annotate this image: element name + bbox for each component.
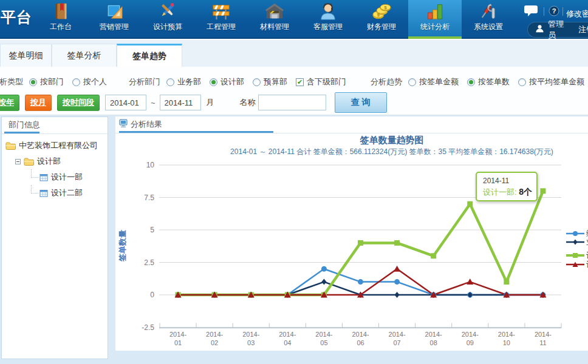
checkbox-icon: ✔ xyxy=(296,78,304,86)
svg-text:?: ? xyxy=(552,7,556,15)
tooltip-value: 8个 xyxy=(519,187,532,197)
nav-item-workbench[interactable]: 工作台 xyxy=(34,0,87,38)
nav-item-marketing[interactable]: 营销管理 xyxy=(87,0,141,38)
radio-icon xyxy=(518,78,526,86)
include-sub-checkbox[interactable]: ✔含下级部门 xyxy=(296,76,346,87)
date-to-input[interactable] xyxy=(160,95,201,110)
chart-subtitle: 2014-01 ～ 2014-11 合计 签单金额：566.112324(万元)… xyxy=(230,147,553,156)
radio-option-analysis-trend-0[interactable]: 按签单金额 xyxy=(408,76,459,87)
date-unit-label: 月 xyxy=(207,97,214,108)
nav-item-service[interactable]: 客服管理 xyxy=(301,0,355,38)
legend-marker-icon xyxy=(566,238,584,246)
data-point[interactable] xyxy=(395,292,400,298)
legend-marker-icon xyxy=(566,261,584,268)
radio-option-analysis-type-0[interactable]: 按部门 xyxy=(29,76,64,87)
tree-item-label: 设计一部 xyxy=(51,172,83,183)
tooltip-date: 2014-11 xyxy=(483,177,536,185)
period-button-by-year[interactable]: 按年 xyxy=(0,95,19,111)
tree-connector xyxy=(31,185,38,194)
pencil-brush-icon xyxy=(157,2,178,21)
data-point[interactable] xyxy=(321,279,326,285)
nav-item-statistics[interactable]: 统计分析 xyxy=(408,0,462,38)
data-point[interactable] xyxy=(467,201,473,207)
tab-trend[interactable]: 签单趋势 xyxy=(117,44,182,67)
tree-item-2[interactable]: 设计一部 xyxy=(2,169,108,185)
tree-item-0[interactable]: 中艺装饰工程有限公司 xyxy=(2,138,108,153)
period-buttons: 按年按月按时间段 xyxy=(0,95,105,111)
radio-option-analysis-trend-2[interactable]: 按平均签单金额 xyxy=(518,76,584,87)
period-button-by-range[interactable]: 按时间段 xyxy=(57,95,100,111)
result-panel-title: 分析结果 xyxy=(119,119,162,130)
tab-analysis[interactable]: 签单分析 xyxy=(52,44,117,67)
nav-item-label: 设计预算 xyxy=(153,22,182,32)
logout-link[interactable]: 注销 xyxy=(578,24,588,35)
data-point[interactable] xyxy=(358,240,363,246)
date-from-input[interactable] xyxy=(105,95,146,110)
nav-item-engineering[interactable]: 工程管理 xyxy=(194,0,248,38)
data-point[interactable] xyxy=(394,240,400,246)
user-icon xyxy=(535,24,544,35)
filter-bar: 分析类型按部门按个人分析部门业务部设计部预算部✔含下级部门分析趋势按签单金额按签… xyxy=(0,67,588,115)
radio-label: 按平均签单金额 xyxy=(529,76,584,87)
main-area: 部门信息 中艺装饰工程有限公司设计部设计一部设计二部 签单数量趋势图2014-0… xyxy=(0,115,588,364)
nav-item-label: 工作台 xyxy=(50,22,72,32)
legend-item-设计二部[interactable]: 设计二部 xyxy=(566,259,588,270)
radio-option-analysis-type-1[interactable]: 按个人 xyxy=(72,76,107,87)
department-panel-title: 部门信息 xyxy=(5,120,40,130)
x-tick-label: 2014-10 xyxy=(498,331,515,346)
data-point[interactable] xyxy=(504,279,509,285)
nav-item-label: 财务管理 xyxy=(367,22,396,32)
table-icon xyxy=(39,174,48,181)
tree-item-label: 中艺装饰工程有限公司 xyxy=(19,140,98,151)
filter-query-row: 按年按月按时间段 ~ 月 名称 查 询 xyxy=(0,92,387,113)
tree-item-1[interactable]: 设计部 xyxy=(2,153,108,169)
message-bubble-icon[interactable] xyxy=(524,5,538,19)
tree-connector xyxy=(31,169,38,178)
data-point[interactable] xyxy=(394,279,400,285)
name-input[interactable] xyxy=(258,95,326,110)
nav-item-finance[interactable]: $$财务管理 xyxy=(355,0,408,38)
trend-chart[interactable]: 签单数量趋势图2014-01 ～ 2014-11 合计 签单金额：566.112… xyxy=(115,116,588,351)
nav-item-label: 工程管理 xyxy=(207,22,236,32)
title-rule xyxy=(2,133,108,134)
data-point[interactable] xyxy=(467,278,473,285)
barchart-icon xyxy=(425,2,445,21)
nav-item-design-budget[interactable]: 设计预算 xyxy=(141,0,194,38)
radio-option-analysis-dept-1[interactable]: 设计部 xyxy=(210,76,244,87)
radio-option-analysis-trend-1[interactable]: 按签单数 xyxy=(467,76,510,87)
data-point[interactable] xyxy=(431,253,436,258)
help-icon[interactable]: ? xyxy=(549,5,559,19)
data-point[interactable] xyxy=(394,266,400,272)
radio-option-analysis-dept-2[interactable]: 预算部 xyxy=(253,76,287,87)
tree-item-3[interactable]: 设计二部 xyxy=(2,185,108,201)
main-nav: 工作台营销管理设计预算工程管理材料管理客服管理$$财务管理统计分析系统设置 xyxy=(34,0,515,39)
y-tick-label: 7.5 xyxy=(144,194,154,202)
book-icon xyxy=(50,2,71,21)
x-tick-label: 2014-09 xyxy=(462,331,479,346)
chart-tooltip: 2014-11 设计一部: 8个 xyxy=(476,172,538,201)
folder-icon xyxy=(5,141,16,150)
nav-item-label: 营销管理 xyxy=(100,22,129,32)
change-password-link[interactable]: 修改密码 xyxy=(566,8,588,19)
tab-detail[interactable]: 签单明细 xyxy=(0,44,52,67)
radio-label: 按签单金额 xyxy=(419,76,459,87)
nav-item-settings[interactable]: 系统设置 xyxy=(462,0,515,38)
collapse-icon[interactable] xyxy=(15,159,21,164)
nav-item-label: 统计分析 xyxy=(420,22,450,32)
date-separator: ~ xyxy=(151,98,156,107)
legend-item-业务部[interactable]: 业务部 xyxy=(566,237,588,248)
period-button-by-month[interactable]: 按月 xyxy=(25,95,52,111)
title-rule xyxy=(115,133,588,133)
search-button[interactable]: 查 询 xyxy=(335,92,387,113)
data-point[interactable] xyxy=(321,266,327,272)
data-point[interactable] xyxy=(540,188,545,194)
data-point[interactable] xyxy=(358,279,363,285)
folder-icon xyxy=(24,157,34,166)
radio-icon xyxy=(29,78,37,86)
nav-item-materials[interactable]: 材料管理 xyxy=(248,0,301,38)
radio-label: 设计部 xyxy=(220,76,244,87)
user-menu[interactable]: 管理员 注销 xyxy=(527,22,588,38)
y-tick-label: -2.5 xyxy=(142,323,154,332)
radio-option-analysis-dept-0[interactable]: 业务部 xyxy=(166,76,201,87)
radio-label: 按签单数 xyxy=(478,76,510,87)
